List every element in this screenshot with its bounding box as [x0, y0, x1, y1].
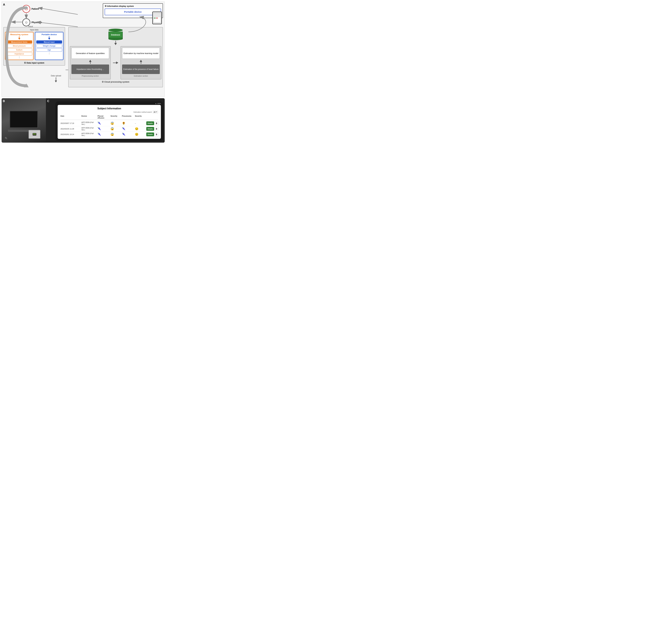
col-device: Device: [82, 115, 97, 119]
col-severity1: Severity: [110, 115, 122, 119]
row1-device: HFP-555N (Full Ver.): [82, 121, 97, 125]
panel-b-label: B: [3, 100, 5, 103]
row3-device: HFP-555N (Full Ver.): [82, 133, 97, 136]
preprocessing-title: Preprocessing section: [71, 75, 109, 77]
table-row: 2022/02/25 11:29 HFP-555N (Full Ver.) 🌂 …: [60, 126, 158, 132]
info-display-system: ③ Information display system Portable de…: [103, 3, 163, 18]
panel-a-label: A: [3, 3, 5, 6]
panel-c-label: C: [47, 100, 49, 103]
estimation-search: Estimation method search All: [60, 111, 158, 114]
item-weight-change: Weight change: [36, 44, 62, 48]
subject-title: Subject Information: [60, 107, 158, 110]
row3-severity1: 😱: [110, 133, 122, 136]
row3-severity2: 😟: [135, 133, 146, 136]
svg-line-2: [37, 22, 78, 27]
laptop-simulation: 📟 🔌: [2, 98, 46, 142]
manual-input-label: Manual input: [36, 40, 62, 44]
row3-pneumonia: 🌂: [122, 133, 135, 136]
row1-pneumonia: 🌻: [122, 121, 135, 125]
col-severity2: Severity: [135, 115, 146, 119]
row1-date: 2022/03/07 17:19: [60, 122, 81, 124]
search-label: Estimation method search: [134, 111, 152, 113]
panel-a: A ③ Information display system Portable …: [2, 2, 165, 97]
row1-details-btn[interactable]: Details: [146, 121, 154, 125]
row2-severity1: 😱: [110, 127, 122, 131]
row2-details-btn[interactable]: Details: [146, 127, 154, 131]
input-data-label: Input data: [5, 29, 64, 31]
estimation-heart-failure-box: Estimation of the presence of heart fail…: [122, 65, 160, 74]
db-top: [108, 29, 123, 32]
row3-buttons: Details 🗑: [146, 133, 159, 136]
table-header: Date Device Pleural effusion Severity Pn…: [60, 115, 158, 120]
db-label: Database: [111, 34, 120, 36]
tablet-image: [152, 12, 162, 24]
panel-c: C ▲ 100% Subject Information Estimation …: [46, 98, 165, 142]
section-arrow: [112, 46, 119, 79]
row2-severity2: 😒: [135, 127, 146, 131]
row2-device: HFP-555N (Full Ver.): [82, 127, 97, 131]
portable-device-title: Portable device: [36, 33, 62, 36]
patient-figure: ☹ Patient: [22, 5, 39, 13]
row3-delete-btn[interactable]: 🗑: [155, 133, 159, 136]
item-age: Age: [36, 48, 62, 52]
col-details: [146, 115, 159, 119]
row1-delete-btn[interactable]: 🗑: [155, 121, 159, 125]
tablet-status-bar: ▲ 100%: [58, 103, 161, 104]
battery-label: 100%: [157, 103, 161, 104]
table-row: 2022/03/07 17:19 HFP-555N (Full Ver.) 🌂 …: [60, 121, 158, 126]
col-delete: [159, 115, 161, 119]
estimation-title: Estimation section: [122, 75, 160, 77]
row1-pleural: 🌂: [98, 121, 110, 125]
cables: 🔌: [5, 137, 7, 139]
patient-face: ☹: [22, 5, 30, 13]
table-row: 2022/02/01 10:14 HFP-555N (Full Ver.) 🌂 …: [60, 132, 158, 137]
svg-marker-0: [24, 84, 29, 87]
portable-device-col: Portable device Manual input Weight chan…: [35, 32, 64, 60]
cloud-system-footer: ② Cloud processing system: [70, 81, 161, 83]
row3-date: 2022/02/01 10:14: [60, 133, 81, 135]
feature-quantities-box: Generation of feature quantities: [71, 48, 109, 59]
data-input-system: Input data Measuring system Measurement …: [3, 27, 65, 66]
portable-dots: ⋮: [36, 52, 62, 55]
database: Database: [108, 29, 123, 40]
item-sodium: Sodium: [6, 48, 32, 52]
measurement-items-label: Measurement items: [6, 40, 32, 44]
measuring-system-title: Measuring system: [6, 33, 32, 36]
search-select[interactable]: All: [153, 111, 158, 114]
laptop-screen: [10, 111, 38, 128]
row2-buttons: Details 🗑: [146, 127, 159, 131]
patient-label: Patient: [32, 7, 39, 10]
row1-severity1: 😱: [110, 121, 122, 125]
info-system-title: ③ Information display system: [105, 5, 161, 7]
item-impedance: Impedance: [6, 52, 32, 56]
col-pneumonia: Pneumonia: [122, 115, 135, 119]
row2-pneumonia: 🌂: [122, 127, 135, 131]
estimation-section: Estimation by machine learning model Est…: [121, 46, 161, 79]
row2-date: 2022/02/25 11:29: [60, 128, 81, 130]
svg-line-4: [38, 8, 78, 14]
col-pleural: Pleural effusion: [98, 115, 110, 119]
col-date: Date: [60, 115, 81, 119]
data-upload-label: Data upload: [51, 75, 61, 82]
impedance-thresholding-box: Impedance index thresholding ...: [71, 65, 109, 74]
physician-label: Physician: [32, 21, 42, 23]
measuring-device: 📟: [29, 130, 40, 139]
measuring-system-col: Measuring system Measurement items Blood…: [5, 32, 34, 60]
panel-b: B 📟 🔌: [2, 98, 46, 142]
db-body: Database: [108, 32, 123, 38]
wifi-icon: ▲: [155, 103, 157, 104]
row2-delete-btn[interactable]: 🗑: [155, 127, 159, 131]
row3-details-btn[interactable]: Details: [146, 133, 154, 136]
tablet-content: Subject Information Estimation method se…: [58, 105, 161, 139]
tablet-frame: ▲ 100% Subject Information Estimation me…: [55, 101, 163, 141]
preprocessing-section: Generation of feature quantities Impedan…: [70, 46, 111, 79]
row1-buttons: Details 🗑: [146, 121, 159, 125]
estimation-ml-box: Estimation by machine learning model: [122, 48, 160, 59]
row2-pleural: 🌂: [98, 127, 110, 131]
item-blood-pressure: Blood pressure: [6, 44, 32, 48]
row3-pleural: 🌂: [98, 133, 110, 136]
row1-severity2: –: [135, 122, 146, 124]
measuring-dots: ⋮: [6, 56, 32, 58]
db-bottom: [108, 38, 123, 40]
data-input-system-footer: ① Data input system: [5, 62, 64, 64]
